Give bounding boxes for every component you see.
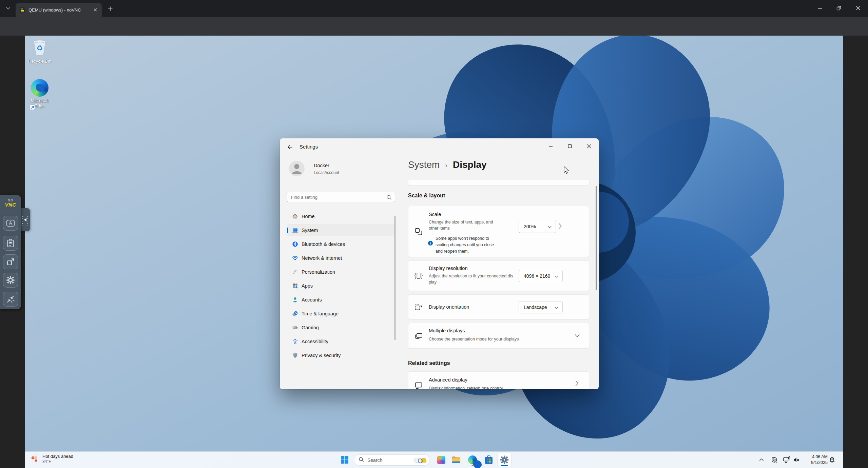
tray-expand-icon[interactable] — [757, 456, 766, 464]
settings-back-button[interactable] — [285, 142, 295, 153]
advanced-display-title: Advanced display — [429, 377, 467, 383]
notification-bell-dnd-icon[interactable] — [828, 456, 836, 464]
display-resolution-title: Display resolution — [429, 266, 467, 271]
taskbar-app-copilot[interactable] — [434, 453, 448, 467]
recycle-bin-icon: ♻ — [32, 39, 48, 56]
multiple-displays-card[interactable]: Multiple displays Choose the presentatio… — [408, 323, 589, 349]
taskbar-app-edge[interactable] — [466, 453, 479, 467]
sidebar-item-gaming[interactable]: Gaming — [287, 321, 394, 334]
browser-tab-strip: QEMU (windows) - noVNC — [0, 0, 868, 17]
search-icon — [386, 195, 392, 201]
no-internet-icon[interactable] — [770, 456, 778, 464]
settings-minimize-button[interactable] — [545, 141, 557, 151]
disconnect-button[interactable] — [3, 292, 18, 307]
content-scrollbar[interactable] — [596, 186, 597, 290]
display-resolution-card: Display resolution Adjust the resolution… — [408, 260, 589, 291]
settings-window-title: Settings — [300, 144, 318, 150]
display-resolution-dropdown[interactable]: 4096 × 2160 — [519, 270, 563, 282]
clipboard-button[interactable] — [3, 236, 18, 251]
browser-toolbar: 192.168.227.11:8006 Khách — [0, 17, 868, 36]
novnc-settings-button[interactable] — [3, 273, 18, 288]
taskbar-search-box[interactable]: Search — [354, 454, 430, 466]
display-orientation-dropdown[interactable]: Landscape — [519, 301, 563, 313]
sidebar-item-privacy-security[interactable]: Privacy & security — [287, 349, 394, 362]
scale-card: Scale Change the size of text, apps, and… — [408, 206, 589, 257]
edge-running-indicator — [471, 465, 474, 466]
search-highlight-icon[interactable] — [414, 458, 426, 463]
edge-icon — [468, 455, 477, 464]
account-type: Local Account — [314, 170, 339, 175]
browser-tab[interactable]: QEMU (windows) - noVNC — [16, 3, 102, 17]
novnc-panel-handle[interactable] — [20, 208, 30, 231]
novnc-page: ♻ Recycle Bin Microsoft Edge Settings — [0, 36, 868, 468]
svg-text:♻: ♻ — [37, 44, 43, 52]
account-name: Docker — [314, 163, 329, 168]
scale-chevron-right-icon[interactable] — [559, 223, 562, 229]
remote-desktop[interactable]: ♻ Recycle Bin Microsoft Edge Settings — [25, 36, 843, 468]
file-explorer-icon — [452, 456, 461, 464]
sidebar-item-accessibility[interactable]: Accessibility — [287, 335, 394, 348]
settings-close-button[interactable] — [583, 141, 595, 151]
browser-minimize-button[interactable] — [814, 3, 826, 14]
chevron-down-icon — [555, 304, 558, 310]
sidebar-item-personalization[interactable]: Personalization — [287, 266, 394, 278]
personalization-icon — [292, 269, 298, 275]
browser-close-button[interactable] — [852, 3, 864, 14]
display-connection-icon[interactable] — [783, 456, 791, 464]
tray-clock[interactable]: 4:06 AM 9/1/2025 — [802, 454, 828, 466]
privacy-icon — [292, 352, 298, 358]
display-orientation-icon — [414, 303, 423, 313]
start-button[interactable] — [338, 453, 351, 467]
weather-temperature: 84°F — [42, 459, 73, 464]
gear-icon — [6, 276, 15, 285]
breadcrumb: System › Display — [408, 159, 487, 170]
bluetooth-icon — [292, 241, 298, 247]
sidebar-item-bluetooth-devices[interactable]: Bluetooth & devices — [287, 238, 394, 250]
sidebar-item-time-language[interactable]: Time & language — [287, 308, 394, 320]
new-tab-button[interactable] — [106, 4, 115, 13]
settings-maximize-button[interactable] — [564, 141, 576, 151]
tab-search-icon[interactable] — [3, 4, 13, 13]
account-avatar[interactable] — [289, 161, 305, 176]
settings-active-indicator — [501, 465, 508, 466]
display-orientation-title: Display orientation — [429, 304, 469, 310]
sidebar-item-network-internet[interactable]: Network & internet — [287, 252, 394, 264]
taskbar-app-settings[interactable] — [498, 453, 511, 467]
sidebar-item-accounts[interactable]: Accounts — [287, 294, 394, 306]
settings-search-input[interactable] — [291, 192, 383, 202]
weather-headline: Hot days ahead — [42, 454, 73, 459]
system-icon — [292, 227, 298, 233]
settings-search-box[interactable] — [287, 192, 395, 202]
settings-gear-icon — [500, 455, 509, 464]
taskbar-weather-widget[interactable]: Hot days ahead 84°F — [31, 453, 73, 464]
keyboard-icon: A — [6, 220, 15, 227]
taskbar-app-file-explorer[interactable] — [449, 453, 463, 467]
volume-muted-icon[interactable] — [792, 456, 801, 464]
sidebar-item-system[interactable]: System — [287, 224, 394, 236]
tray-time: 4:06 AM — [802, 454, 828, 460]
advanced-chevron-right-icon[interactable] — [575, 381, 579, 386]
sidebar-item-apps[interactable]: Apps — [287, 280, 394, 292]
fullscreen-button[interactable] — [3, 254, 18, 269]
tab-close-icon[interactable] — [92, 7, 98, 13]
breadcrumb-parent[interactable]: System — [408, 159, 440, 170]
taskbar-search-label: Search — [367, 457, 414, 463]
browser-restore-button[interactable] — [833, 3, 845, 14]
scale-dropdown[interactable]: 200% — [519, 220, 556, 233]
collapse-arrow-icon — [24, 218, 26, 221]
taskbar-app-store[interactable] — [482, 453, 496, 467]
display-resolution-description: Adjust the resolution to fit your connec… — [429, 273, 514, 285]
desktop-icon-edge[interactable]: Microsoft Edge — [25, 79, 54, 109]
expand-chevron-icon[interactable] — [575, 334, 580, 337]
tab-title: QEMU (windows) - noVNC — [28, 7, 92, 13]
chevron-down-icon — [555, 273, 558, 279]
time-language-icon — [292, 311, 298, 317]
extra-keys-button[interactable]: A — [3, 216, 18, 231]
advanced-display-card[interactable]: Advanced display Display information, re… — [408, 371, 589, 389]
sidebar-item-home[interactable]: Home — [287, 210, 394, 222]
microsoft-store-icon — [485, 455, 493, 464]
sidebar-scrollbar[interactable] — [394, 216, 396, 340]
mouse-cursor — [563, 166, 571, 174]
desktop-icon-recycle-bin[interactable]: ♻ Recycle Bin — [25, 39, 54, 64]
multiple-displays-description: Choose the presentation mode for your di… — [429, 336, 541, 342]
